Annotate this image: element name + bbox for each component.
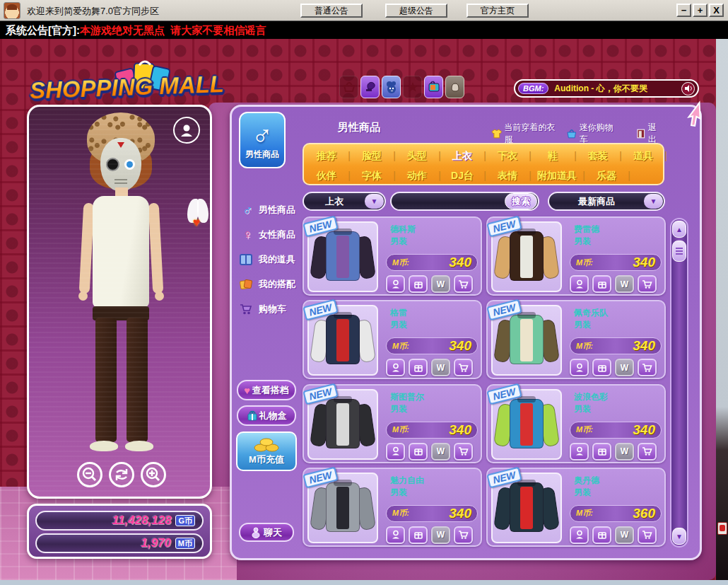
tryon-button[interactable]	[386, 443, 405, 461]
chevron-down-icon[interactable]: ▼	[365, 194, 384, 209]
speaker-icon[interactable]	[681, 82, 695, 95]
minimize-button[interactable]: −	[676, 4, 691, 17]
tab-partner[interactable]: 伙伴	[304, 166, 349, 185]
cart-button[interactable]	[454, 526, 473, 544]
jacket-graphic	[496, 479, 557, 537]
currency-panel: 11,428,128 G币 1,970 M币	[27, 504, 212, 559]
gift-button[interactable]	[409, 275, 428, 293]
search-button[interactable]: 搜索	[505, 193, 537, 209]
sidebar-item-my-items[interactable]: 我的道具	[239, 252, 300, 267]
sidebar-item-my-outfits[interactable]: 我的搭配	[239, 277, 300, 292]
tab-props[interactable]: 道具	[621, 146, 666, 166]
announcement-label: 系统公告[官方]:	[6, 24, 80, 37]
maximize-button[interactable]: +	[693, 4, 708, 17]
tab-emote[interactable]: 表情	[485, 166, 530, 185]
scroll-up-button[interactable]: ▲	[672, 221, 686, 238]
cart-icon	[458, 530, 469, 540]
product-image[interactable]: NEW	[491, 305, 562, 376]
tryon-button[interactable]	[570, 526, 589, 544]
tab-top[interactable]: 上衣	[440, 146, 485, 166]
sidebar-item-female-goods[interactable]: ♀ 女性商品	[239, 227, 300, 243]
view-partner-button[interactable]: ♥ 查看搭档	[237, 380, 296, 400]
gift-button[interactable]	[409, 359, 428, 376]
mcoin-recharge-button[interactable]: M币充值	[236, 431, 297, 471]
gift-button[interactable]	[592, 526, 611, 544]
basket-icon[interactable]	[339, 76, 358, 98]
gift-button[interactable]	[592, 359, 611, 376]
tab-set[interactable]: 套装	[575, 146, 621, 166]
gift-icon	[597, 279, 607, 289]
snowman-icon[interactable]	[382, 76, 401, 98]
tab-dj[interactable]: DJ台	[440, 166, 485, 185]
tab-shoes[interactable]: 鞋	[530, 146, 575, 166]
tab-recommend[interactable]: 推荐	[304, 146, 349, 166]
tryon-button[interactable]	[386, 275, 405, 293]
cart-button[interactable]	[454, 443, 473, 461]
tryon-button[interactable]	[570, 443, 589, 461]
wearing-link[interactable]: 当前穿着的衣服	[491, 122, 562, 146]
scroll-thumb[interactable]	[672, 241, 686, 262]
tab-instrument[interactable]: 乐器	[584, 166, 629, 185]
chevron-down-icon[interactable]: ▼	[644, 194, 663, 209]
profile-icon[interactable]	[173, 117, 200, 144]
gift-icon	[247, 410, 258, 421]
close-button[interactable]: X	[709, 4, 724, 17]
tab-font[interactable]: 字体	[349, 166, 394, 185]
cart-button[interactable]	[454, 275, 473, 293]
rotate-button[interactable]	[109, 462, 134, 487]
sort-select[interactable]: 最新商品 ▼	[548, 192, 665, 211]
person-icon	[391, 279, 401, 289]
tryon-button[interactable]	[386, 526, 405, 544]
product-type: 男装	[574, 403, 591, 415]
tv-icon[interactable]	[424, 76, 443, 98]
category-select[interactable]: 上衣 ▼	[303, 192, 386, 211]
super-announce-button[interactable]: 超级公告	[385, 4, 447, 18]
product-image[interactable]: NEW	[307, 305, 378, 376]
gift-button[interactable]	[409, 443, 428, 461]
logo-text: SHOPPING MALL	[29, 71, 224, 105]
zoom-in-button[interactable]	[141, 462, 166, 487]
avatar-arm-right	[148, 203, 164, 294]
mitt-icon[interactable]	[445, 76, 464, 98]
gift-box-button[interactable]: 礼物盒	[237, 405, 296, 426]
chat-button[interactable]: 聊天	[239, 523, 294, 542]
product-image[interactable]: NEW	[307, 221, 378, 292]
cart-button[interactable]	[638, 359, 657, 376]
tryon-button[interactable]	[386, 359, 405, 376]
tab-bottom[interactable]: 下衣	[485, 146, 530, 166]
product-image[interactable]: NEW	[491, 473, 562, 543]
gift-button[interactable]	[592, 443, 611, 461]
gift-button[interactable]	[409, 526, 428, 544]
tryon-button[interactable]	[570, 275, 589, 293]
product-image[interactable]: NEW	[307, 389, 378, 460]
male-category-badge[interactable]: ♂ 男性商品	[239, 112, 286, 168]
tab-action[interactable]: 动作	[394, 166, 440, 185]
cart-button[interactable]	[454, 359, 473, 376]
product-image[interactable]: NEW	[307, 473, 378, 543]
gramophone-icon[interactable]	[360, 76, 380, 98]
exit-link[interactable]: 退出	[636, 122, 664, 146]
cart-icon	[642, 530, 652, 540]
tab-hair[interactable]: 头型	[394, 146, 440, 166]
cart-button[interactable]	[638, 275, 657, 293]
mini-cart-link[interactable]: 迷你购物车	[566, 122, 621, 146]
official-home-button[interactable]: 官方主页	[466, 4, 529, 18]
product-image[interactable]: NEW	[491, 389, 562, 460]
cart-button[interactable]	[638, 443, 657, 461]
avatar-shoe-right	[125, 441, 153, 451]
gift-icon	[413, 363, 423, 373]
tab-face[interactable]: 脸型	[349, 146, 394, 166]
tab-extra-props[interactable]: 附加道具	[530, 166, 584, 185]
currency-label: M币:	[392, 424, 409, 435]
tryon-button[interactable]	[570, 359, 589, 376]
cart-button[interactable]	[638, 526, 657, 544]
star-icon[interactable]	[403, 76, 422, 98]
gift-button[interactable]	[592, 275, 611, 293]
sidebar-item-male-goods[interactable]: ♂ 男性商品	[239, 202, 300, 218]
scrollbar-track[interactable]: ▲ ▼	[670, 218, 688, 548]
zoom-out-button[interactable]	[77, 462, 102, 487]
normal-announce-button[interactable]: 普通公告	[300, 4, 363, 18]
product-image[interactable]: NEW	[491, 221, 562, 292]
scroll-down-button[interactable]: ▼	[672, 528, 686, 545]
sidebar-item-cart[interactable]: 购物车	[239, 301, 300, 317]
